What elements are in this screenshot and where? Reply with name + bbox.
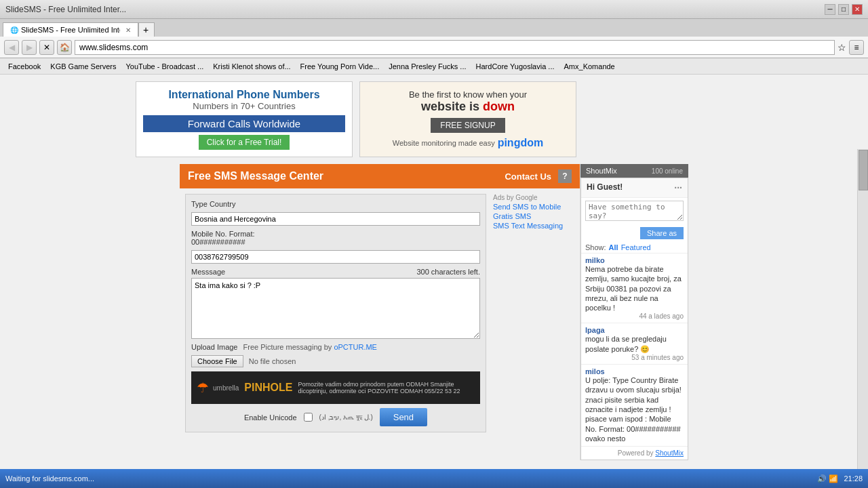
main-app: Free SMS Message Center Contact Us ? Typ… (180, 164, 688, 460)
shoutmix-link[interactable]: ShoutMix (655, 449, 684, 457)
no-file-label: No file chosen (249, 357, 296, 365)
tab-close-button[interactable]: ✕ (125, 26, 131, 34)
powered-text: Powered by (618, 449, 656, 457)
mobile-label: Mobile No. Format: 00########### (191, 230, 273, 246)
back-button[interactable]: ◀ (4, 40, 19, 55)
pingdom-monitoring: Website monitoring made easy (393, 139, 495, 147)
scroll-track[interactable] (857, 149, 868, 488)
browser-window: SlideSMS - Free Unlimited Inter... ─ □ ✕… (0, 0, 868, 75)
shoutmix-title: ShoutMix (586, 167, 617, 175)
send-button[interactable]: Send (380, 408, 427, 426)
tab-label: SlideSMS - Free Unlimited Inter... (21, 26, 120, 34)
ad-left-sub: Numbers in 70+ Countries (143, 101, 345, 111)
sms-ads-row: Type Country Mobile No. Format: 00######… (185, 194, 574, 432)
bookmarks-bar: Facebook KGB Game Servers YouTube - Broa… (0, 58, 868, 75)
tab-featured[interactable]: Featured (621, 243, 651, 251)
close-button[interactable]: ✕ (852, 4, 863, 15)
unicode-label: Enable Unicode (244, 413, 297, 422)
shout-item-1: milko Nema potrebe da birate zemlju, sam… (581, 253, 688, 323)
bookmark-amx[interactable]: Amx_Komande (560, 61, 619, 72)
ad-is-text: is (469, 100, 483, 113)
google-ad-link-3[interactable]: SMS Text Messaging (493, 222, 574, 230)
url-input[interactable] (75, 40, 835, 55)
ad-right-signup-button[interactable]: FREE SIGNUP (431, 118, 505, 133)
file-input-row: Choose File No file chosen (191, 355, 480, 367)
help-button[interactable]: ? (558, 169, 572, 183)
tab-all[interactable]: All (609, 243, 618, 251)
sms-title: Free SMS Message Center (188, 170, 323, 182)
shout-user-1: milko (585, 256, 684, 264)
page-title: SlideSMS - Free Unlimited Inter... (5, 5, 126, 14)
country-label: Type Country (191, 200, 273, 208)
forward-button[interactable]: ▶ (22, 40, 37, 55)
shout-text-3: U polje: Type Country Birate drzavu u ov… (585, 375, 684, 443)
shout-user-2: lpaga (585, 326, 684, 334)
bookmark-youtube[interactable]: YouTube - Broadcast ... (122, 61, 208, 72)
message-row: Messsage 300 characters left. (191, 268, 480, 339)
bookmark-star[interactable]: ☆ (837, 42, 846, 53)
pingdom-brand: Website monitoring made easy pingdom (393, 137, 543, 149)
shout-meta-2: 53 a minutes ago (585, 354, 684, 361)
reload-button[interactable]: ✕ (39, 40, 54, 55)
maximize-button[interactable]: □ (838, 4, 849, 15)
choose-file-button[interactable]: Choose File (191, 355, 243, 367)
google-ad-link-1[interactable]: Send SMS to Mobile (493, 203, 574, 211)
bookmark-jenna[interactable]: Jenna Presley Fucks ... (384, 61, 470, 72)
shout-text-1: Nema potrebe da birate zemlju, samo kuca… (585, 264, 684, 312)
banner-text: Pomozite vadim odmo prinodom putem ODMAH… (298, 381, 475, 394)
banner-ad: ☂ umbrella PINHOLE Pomozite vadim odmo p… (191, 371, 480, 404)
bookmark-kristi[interactable]: Kristi Klenot shows of... (209, 61, 294, 72)
google-ads-panel: Ads by Google Send SMS to Mobile Gratis … (493, 194, 574, 432)
shout-user-3: milos (585, 367, 684, 375)
shoutmix-more[interactable]: ··· (674, 182, 682, 193)
bookmark-freeyoung[interactable]: Free Young Porn Vide... (296, 61, 384, 72)
sms-header-right: Contact Us ? (505, 169, 572, 183)
ads-banner: International Phone Numbers Numbers in 7… (0, 75, 868, 164)
bookmark-kgb[interactable]: KGB Game Servers (46, 61, 120, 72)
greeting-text: Hi Guest! (587, 182, 623, 193)
scroll-thumb[interactable] (859, 150, 868, 190)
shout-item-3: milos U polje: Type Country Birate drzav… (581, 365, 688, 447)
message-textarea[interactable] (191, 278, 480, 339)
upload-desc: Free Picture messaging by oPCTUR.ME (243, 343, 377, 351)
shout-item-2: lpaga mogu li da se pregledaju poslate p… (581, 323, 688, 365)
shout-meta-1: 44 a lades ago (585, 312, 684, 320)
mobile-input[interactable] (191, 250, 480, 264)
home-button[interactable]: 🏠 (57, 40, 72, 55)
ad-left-title: International Phone Numbers (143, 89, 345, 101)
unicode-checkbox[interactable] (304, 413, 313, 422)
ads-by-google-label: Ads by Google (493, 194, 574, 201)
title-bar: SlideSMS - Free Unlimited Inter... ─ □ ✕ (0, 0, 868, 19)
upload-label: Upload Image (191, 343, 238, 351)
tab-new[interactable]: + (138, 22, 155, 37)
contact-us-link[interactable]: Contact Us (505, 171, 551, 182)
tab-active[interactable]: 🌐 SlideSMS - Free Unlimited Inter... ✕ (3, 22, 138, 37)
upload-row: Upload Image Free Picture messaging by o… (191, 343, 480, 351)
ad-down-text: down (483, 100, 515, 113)
shoutmix-header: ShoutMix 100 online (580, 164, 688, 178)
status-bar: Waiting for slidesms.com... 🔊 📶 21:28 (0, 469, 868, 488)
country-row: Type Country (191, 200, 480, 208)
window-controls: ─ □ ✕ (825, 4, 863, 15)
ad-website-text: website (421, 100, 469, 113)
bookmark-facebook[interactable]: Facebook (4, 61, 45, 72)
ad-left-trial-button[interactable]: Click for a Free Trial! (199, 135, 290, 150)
shoutmix-powered: Powered by ShoutMix (581, 447, 688, 460)
shoutmix-greeting: Hi Guest! ··· (581, 178, 688, 198)
minimize-button[interactable]: ─ (825, 4, 835, 15)
message-header: Messsage 300 characters left. (191, 268, 480, 276)
shoutmix-input[interactable] (585, 201, 684, 221)
share-row: Share as (581, 226, 688, 242)
settings-button[interactable]: ≡ (849, 40, 864, 55)
country-input[interactable] (191, 212, 480, 226)
share-button[interactable]: Share as (640, 227, 684, 239)
shoutmix-panel: ShoutMix 100 online Hi Guest! ··· Share … (580, 164, 688, 460)
google-ad-link-2[interactable]: Gratis SMS (493, 212, 574, 220)
clock: 21:28 (844, 474, 863, 483)
opictur-link[interactable]: oPCTUR.ME (334, 343, 377, 351)
bookmark-hardcore[interactable]: HardCore Yugoslavia ... (472, 61, 559, 72)
sms-center: Free SMS Message Center Contact Us ? Typ… (180, 164, 580, 460)
status-right: 🔊 📶 21:28 (817, 474, 863, 483)
unicode-hint: (עיב, اد, አጤ ষুদু ل.) (319, 413, 373, 422)
umbrella-icon: ☂ (197, 380, 209, 396)
